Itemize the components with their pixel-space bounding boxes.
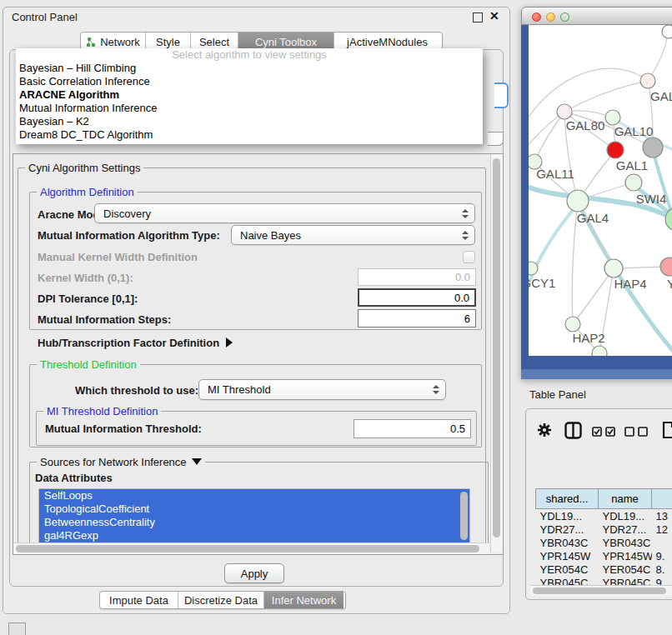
tab-label: Select <box>199 36 229 48</box>
table-panel: shared... name A YDL19... YDL19... 13 YD… <box>525 408 672 600</box>
column-header[interactable]: name <box>599 489 652 509</box>
kernel-width-label: Kernel Width (0,1): <box>38 272 133 284</box>
sources-title: Sources for Network Inference <box>40 456 187 468</box>
expanded-arrow-icon <box>192 458 202 465</box>
table-row[interactable]: YBR045C YBR045C 9. <box>536 576 672 585</box>
tab-infer-network[interactable]: Infer Network <box>264 592 344 608</box>
node-y-pink[interactable] <box>660 258 672 276</box>
tab-discretize-data[interactable]: Discretize Data <box>178 592 264 608</box>
export-table-icon[interactable] <box>662 421 672 439</box>
table-row[interactable]: YER054C YER054C 8. <box>536 562 672 576</box>
settings-scrollpane: Cyni Algorithm Settings Algorithm Defini… <box>13 153 504 555</box>
apply-button[interactable]: Apply <box>224 563 284 583</box>
combo-value: Discovery <box>103 208 151 220</box>
node-hap4[interactable] <box>604 259 623 278</box>
column-header[interactable]: A <box>652 489 672 509</box>
group-title: Sources for Network Inference <box>37 456 205 468</box>
vertical-scrollbar[interactable] <box>490 154 503 552</box>
deselect-all-checkboxes-icon[interactable] <box>624 427 649 437</box>
cell: YBR045C <box>536 576 599 585</box>
cell: YBR045C <box>599 576 652 585</box>
close-traffic-light[interactable] <box>532 12 541 22</box>
cyni-algorithm-settings-group: Cyni Algorithm Settings Algorithm Defini… <box>18 168 486 548</box>
data-attributes-list[interactable]: SelfLoops TopologicalCoefficient Between… <box>38 488 470 545</box>
node-gal-top[interactable] <box>640 73 655 88</box>
node-gal4[interactable] <box>567 190 589 212</box>
table-row[interactable]: YDL19... YDL19... 13 <box>536 509 672 523</box>
cell: 13 <box>652 509 672 523</box>
cell: 9. <box>652 549 672 562</box>
column-header[interactable]: shared... <box>536 489 599 509</box>
hub-definition-toggle[interactable]: Hub/Transcription Factor Definition <box>38 335 233 350</box>
columns-icon[interactable] <box>564 422 582 439</box>
node-table[interactable]: shared... name A YDL19... YDL19... 13 YD… <box>535 488 672 585</box>
gear-icon[interactable] <box>537 422 552 438</box>
tab-label: Discretize Data <box>184 594 258 607</box>
node-label: GAL4 <box>577 211 609 225</box>
select-all-checkboxes-icon[interactable] <box>592 427 617 437</box>
node-unlabeled-top[interactable] <box>662 25 672 38</box>
node-gcy1[interactable] <box>529 262 538 275</box>
mi-steps-field[interactable]: 6 <box>358 309 476 328</box>
network-window-titlebar[interactable] <box>521 7 672 25</box>
node-hap2[interactable] <box>565 317 580 332</box>
table-row[interactable]: YDR27... YDR27... 12 <box>536 522 672 536</box>
horizontal-scrollbar[interactable] <box>13 542 489 554</box>
list-item[interactable]: BetweennessCentrality <box>39 516 469 529</box>
node-label: GAL <box>650 89 672 103</box>
node-gal80[interactable] <box>557 104 572 119</box>
mi-threshold-field[interactable]: 0.5 <box>354 419 471 438</box>
vertical-scrollbar-thumb[interactable] <box>493 158 500 538</box>
table-horizontal-scrollbar-thumb[interactable] <box>533 588 666 594</box>
aracne-mode-combo[interactable]: Discovery <box>94 203 475 223</box>
collapsed-panel-button[interactable] <box>8 622 26 635</box>
cell: YPR145W <box>599 549 652 562</box>
list-item[interactable]: SelfLoops <box>39 489 469 502</box>
node-gal10[interactable] <box>605 110 620 125</box>
kernel-width-field[interactable]: 0.0 <box>358 268 476 286</box>
network-canvas[interactable]: GAL80 GAL10 GAL1 GAL11 GAL4 SWI4 GCY1 HA… <box>529 25 672 356</box>
which-threshold-combo[interactable]: MI Threshold <box>198 379 446 400</box>
tab-impute-data[interactable]: Impute Data <box>100 592 178 608</box>
node-gray[interactable] <box>643 138 663 158</box>
table-row[interactable]: YPR145W YPR145W 9. <box>536 549 672 562</box>
node-gal1[interactable] <box>607 142 624 158</box>
cell: YER054C <box>599 562 652 576</box>
inference-algorithm-combo-fragment[interactable] <box>494 82 509 108</box>
float-window-icon[interactable] <box>473 12 483 22</box>
cell: YDL19... <box>536 509 599 523</box>
list-item[interactable]: TopologicalCoefficient <box>39 502 469 516</box>
node-label: GAL11 <box>536 167 574 181</box>
cell: YDL19... <box>599 509 652 523</box>
table-horizontal-scrollbar[interactable] <box>530 585 672 596</box>
zoom-traffic-light[interactable] <box>560 12 569 22</box>
list-item[interactable]: gal4RGexp <box>39 529 469 542</box>
dropdown-item[interactable]: Dream8 DC_TDC Algorithm <box>16 128 483 142</box>
combo-arrows-icon <box>462 209 469 218</box>
dropdown-item[interactable]: Mutual Information Inference <box>16 102 483 115</box>
horizontal-scrollbar-thumb[interactable] <box>16 545 479 552</box>
hidden-combo-fragment <box>488 132 504 146</box>
dropdown-item-selected[interactable]: ARACNE Algorithm <box>16 88 483 102</box>
cell <box>652 536 672 549</box>
node-swi4[interactable] <box>625 174 642 191</box>
dropdown-item[interactable]: Bayesian – K2 <box>16 115 483 128</box>
node-unlabeled-bottom[interactable] <box>592 346 607 356</box>
node-label: SWI4 <box>636 192 667 206</box>
network-icon <box>86 37 97 48</box>
manual-kernel-width-checkbox[interactable] <box>463 251 475 263</box>
close-icon[interactable]: ✕ <box>489 9 499 22</box>
dropdown-item[interactable]: Basic Correlation Inference <box>16 75 483 88</box>
table-panel-title: Table Panel <box>529 388 586 401</box>
combo-value: MI Threshold <box>208 383 271 396</box>
dropdown-item[interactable]: Bayesian – Hill Climbing <box>16 62 483 75</box>
mi-algorithm-type-combo[interactable]: Naive Bayes <box>231 225 475 245</box>
table-row[interactable]: YBR043C YBR043C <box>536 536 672 549</box>
network-graph[interactable]: GAL80 GAL10 GAL1 GAL11 GAL4 SWI4 GCY1 HA… <box>529 25 672 356</box>
dpi-tolerance-field[interactable]: 0.0 <box>358 288 476 307</box>
minimize-traffic-light[interactable] <box>546 12 555 22</box>
list-scrollbar-thumb[interactable] <box>460 492 468 540</box>
tab-label: Style <box>156 36 180 48</box>
dropdown-placeholder: Select algorithm to view settings <box>16 48 483 62</box>
node-label: Y <box>667 277 672 291</box>
